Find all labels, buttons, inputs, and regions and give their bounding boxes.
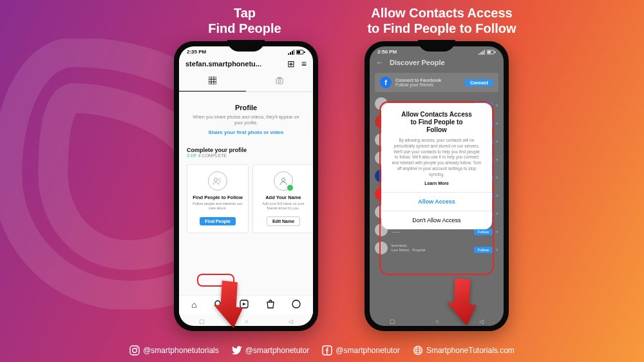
svg-rect-3 bbox=[209, 77, 216, 84]
svg-point-14 bbox=[215, 301, 220, 306]
connect-button[interactable]: Connect bbox=[465, 79, 493, 86]
nav-reels-icon[interactable] bbox=[240, 300, 249, 310]
new-post-icon[interactable]: ⊞ bbox=[287, 59, 295, 69]
svg-rect-20 bbox=[495, 52, 496, 53]
phone-right: 2:50 PM ← Discover People f Connect to F… bbox=[365, 41, 509, 331]
status-time: 2:50 PM bbox=[377, 49, 397, 55]
facebook-icon: f bbox=[380, 77, 392, 88]
discover-title: Discover People bbox=[390, 59, 445, 66]
close-icon[interactable]: × bbox=[495, 193, 498, 198]
footer-twitter[interactable]: @smartphonetutor bbox=[232, 345, 310, 356]
battery-icon bbox=[487, 50, 496, 55]
dont-allow-button[interactable]: Don't Allow Access bbox=[381, 211, 492, 229]
android-nav: ▢ ○ ◁ bbox=[370, 318, 504, 325]
nav-home[interactable]: ○ bbox=[435, 318, 439, 325]
discover-header: ← Discover People bbox=[370, 55, 504, 70]
footer-website[interactable]: SmartphoneTutorials.com bbox=[413, 345, 515, 356]
nav-back[interactable]: ◁ bbox=[479, 318, 484, 325]
svg-rect-21 bbox=[130, 346, 139, 355]
svg-point-12 bbox=[218, 178, 221, 181]
phone-notch bbox=[227, 40, 265, 52]
profile-title: Profile bbox=[191, 104, 301, 111]
nav-recents[interactable]: ▢ bbox=[199, 318, 205, 325]
contacts-access-dialog: Allow Contacts Access to Find People to … bbox=[381, 103, 492, 229]
edit-name-button[interactable]: Edit Name bbox=[267, 216, 300, 226]
screen-discover: 2:50 PM ← Discover People f Connect to F… bbox=[370, 46, 504, 326]
svg-rect-19 bbox=[488, 51, 491, 53]
onboarding-cards[interactable]: Find People to Follow Follow people and … bbox=[179, 160, 313, 233]
card-find-desc: Follow people and interests you care abo… bbox=[191, 202, 244, 210]
twitter-icon bbox=[232, 345, 242, 356]
status-right-icons bbox=[478, 50, 496, 55]
people-icon bbox=[208, 171, 227, 191]
status-right-icons bbox=[288, 50, 305, 55]
tab-tagged[interactable] bbox=[246, 71, 313, 91]
allow-access-button[interactable]: Allow Access bbox=[381, 192, 492, 211]
profile-header: stefan.smartphonetu... ⊞ ≡ bbox=[179, 55, 313, 71]
footer-instagram[interactable]: @smartphonetutorials bbox=[129, 345, 219, 356]
status-time: 2:35 PM bbox=[187, 49, 206, 55]
close-icon[interactable]: × bbox=[495, 211, 498, 216]
profile-tabs bbox=[179, 71, 313, 92]
card-add-name: Add Your Name Add your full name so your… bbox=[252, 164, 313, 233]
android-nav: ▢ ○ ◁ bbox=[179, 318, 313, 325]
back-icon[interactable]: ← bbox=[376, 59, 383, 66]
svg-point-11 bbox=[214, 178, 218, 182]
check-icon bbox=[287, 184, 294, 191]
card-name-title: Add Your Name bbox=[257, 195, 310, 200]
battery-icon bbox=[296, 50, 305, 55]
facebook-icon bbox=[322, 345, 332, 356]
close-icon[interactable]: × bbox=[495, 120, 498, 126]
nav-search-icon[interactable] bbox=[214, 300, 223, 310]
svg-point-22 bbox=[133, 348, 137, 352]
close-icon[interactable]: × bbox=[495, 229, 498, 234]
instagram-icon bbox=[129, 345, 140, 356]
nav-recents[interactable]: ▢ bbox=[390, 318, 395, 325]
phone-left: 2:35 PM stefan.smartphonetu... ⊞ ≡ Profi… bbox=[174, 41, 318, 331]
follow-button[interactable]: Follow bbox=[474, 247, 493, 253]
close-icon[interactable]: × bbox=[495, 157, 498, 162]
learn-more-link[interactable]: Learn More bbox=[381, 181, 492, 192]
menu-icon[interactable]: ≡ bbox=[301, 59, 307, 69]
tab-grid[interactable] bbox=[179, 71, 246, 91]
highlight-find-people bbox=[197, 274, 234, 287]
card-find-people: Find People to Follow Follow people and … bbox=[187, 164, 249, 233]
signal-icon bbox=[288, 50, 294, 55]
follow-button[interactable]: Follow bbox=[474, 229, 493, 235]
close-icon[interactable]: × bbox=[495, 102, 498, 108]
svg-point-23 bbox=[137, 347, 138, 348]
close-icon[interactable]: × bbox=[495, 138, 498, 144]
profile-desc: When you share photos and videos, they'l… bbox=[191, 114, 301, 126]
svg-point-9 bbox=[278, 80, 281, 82]
fb-title: Connect to Facebook bbox=[395, 78, 441, 82]
complete-profile-section: Complete your profile 3 OF 4 COMPLETE bbox=[179, 140, 313, 160]
close-icon[interactable]: × bbox=[495, 247, 498, 252]
nav-back[interactable]: ◁ bbox=[289, 318, 293, 325]
nav-profile-icon[interactable] bbox=[292, 300, 301, 310]
card-find-title: Find People to Follow bbox=[191, 195, 244, 200]
svg-line-15 bbox=[220, 305, 222, 308]
footer-facebook[interactable]: @smartphonetutor bbox=[322, 345, 400, 356]
list-item: leomessiLeo Messi · PopularFollow× bbox=[375, 239, 498, 257]
fb-sub: Follow your friends bbox=[395, 82, 441, 87]
svg-rect-8 bbox=[276, 79, 283, 84]
username-dropdown[interactable]: stefan.smartphonetu... bbox=[185, 60, 261, 68]
svg-rect-2 bbox=[304, 52, 305, 53]
footer-socials: @smartphonetutorials @smartphonetutor @s… bbox=[0, 345, 644, 356]
close-icon[interactable]: × bbox=[495, 175, 498, 180]
nav-home[interactable]: ○ bbox=[245, 318, 248, 325]
share-first-link[interactable]: Share your first photo or video bbox=[191, 129, 301, 135]
heading-left: Tap Find People bbox=[174, 5, 316, 36]
svg-rect-10 bbox=[278, 77, 281, 79]
svg-rect-1 bbox=[297, 51, 300, 53]
avatar bbox=[375, 242, 388, 254]
dialog-title: Allow Contacts Access to Find People to … bbox=[381, 103, 492, 138]
connect-facebook-card: f Connect to Facebook Follow your friend… bbox=[375, 73, 498, 92]
screen-profile: 2:35 PM stefan.smartphonetu... ⊞ ≡ Profi… bbox=[179, 46, 313, 326]
signal-icon bbox=[478, 50, 485, 55]
dialog-body: By allowing access, your contacts will b… bbox=[381, 138, 492, 181]
nav-shop-icon[interactable] bbox=[266, 300, 275, 310]
nav-home-icon[interactable]: ⌂ bbox=[191, 300, 196, 310]
find-people-button[interactable]: Find People bbox=[200, 217, 236, 225]
heading-right: Allow Contacts Access to Find People to … bbox=[352, 5, 532, 36]
